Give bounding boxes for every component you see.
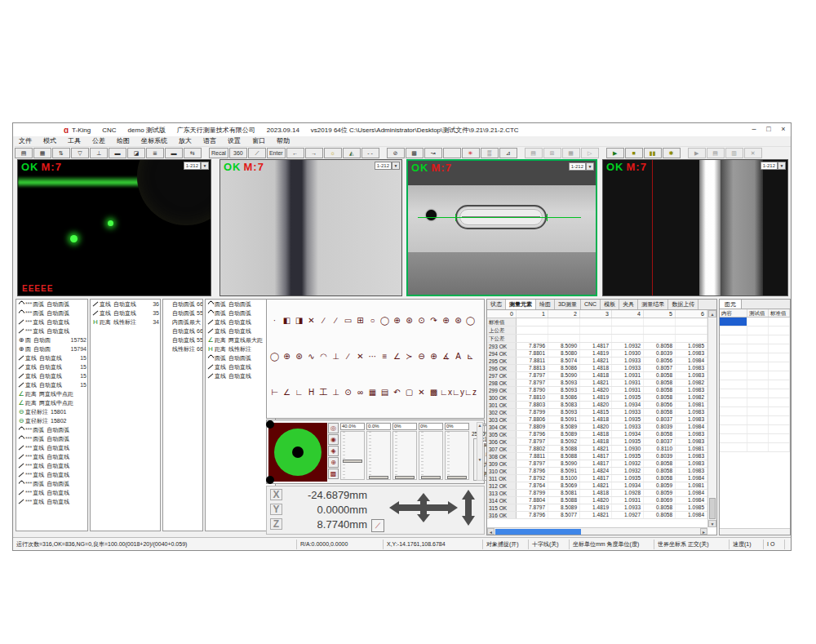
menu-item-5[interactable]: 坐标系统 [135,136,173,146]
angle-tool[interactable]: ∠ [391,351,403,363]
slider-thumb[interactable] [421,476,441,479]
open-button[interactable]: ▦ [33,148,51,158]
table-row[interactable]: 316 OK7.87968.50771.48211.09270.80581.09… [487,512,707,519]
list-item[interactable]: ***直线自动直线 [16,326,87,335]
ring-cross-button[interactable]: ⊕ [328,457,339,468]
table-tab-7[interactable]: 测量结果 [638,300,668,309]
ellipse2-tool[interactable]: ◯ [268,351,281,363]
tool-run-button[interactable]: ✱ [663,148,681,158]
list-item[interactable]: 圆弧自动圆弧55 [206,353,275,362]
run-step-button[interactable]: ▶ [606,148,624,158]
list-item[interactable]: ***直线自动直线 [16,470,87,479]
camera3-selector-dropdown-icon[interactable]: ▼ [586,162,594,171]
list-item[interactable]: 直线自动直线15 [16,371,87,380]
list-item[interactable]: 直线自动直线35 [91,309,160,318]
scroll-right-icon[interactable]: ► [700,528,707,535]
detail-row[interactable] [720,425,790,434]
light-slider-0[interactable]: 40.0% [340,423,365,483]
coord-z-tool[interactable]: ∟z [464,387,477,399]
minimize-button[interactable]: – [747,124,761,135]
slider-thumb[interactable] [343,460,362,463]
list-item[interactable]: 自动直线55 [163,335,202,344]
slider-track[interactable] [392,431,417,480]
scrollbar-thumb[interactable] [495,529,581,535]
right-angle-tool[interactable]: ∟ [293,387,305,399]
camera3-selector[interactable]: 1-212 [569,162,586,171]
circle-cross-tool[interactable]: ⊕ [391,315,403,327]
camera-view-3-selected[interactable]: OKM:7 1-212 ▼ [406,159,597,296]
circle-scan-tool[interactable]: ◯ [379,315,391,327]
list-item[interactable]: 圆弧自动圆弧55 [206,309,275,318]
joystick-button[interactable]: ⇆ [184,148,202,158]
rotate-360-button[interactable]: 360 [229,148,247,158]
table-row[interactable]: 293 OK7.87968.50901.48171.09320.80581.09… [487,343,707,350]
height-tool[interactable]: H [305,387,317,399]
camera-view-button[interactable]: ▬ [109,148,126,158]
circle-plus-tool[interactable]: ⊕ [428,351,440,363]
matrix-tool[interactable]: ▩ [428,387,440,399]
edge-detect-button[interactable]: ◪ [127,148,145,158]
detail-row[interactable] [720,443,790,452]
angle-measure-tool[interactable]: ∠ [281,387,293,399]
z-axis-button[interactable]: ⊥ [90,148,108,158]
distance-tool[interactable]: ⊢ [268,387,281,399]
list-item[interactable]: ***圆弧自动圆弧 [16,300,87,309]
zoom-button[interactable]: ⊘ [387,148,405,158]
menu-item-8[interactable]: 设置 [222,136,246,146]
coord-x-tool[interactable]: ∟x [440,387,452,399]
close-task-button[interactable]: ✕ [744,148,762,158]
detail-row[interactable] [720,434,790,443]
list-item[interactable]: 直线自动直线55 [206,362,275,371]
menu-item-7[interactable]: 语言 [197,136,222,146]
arrow-right-button[interactable]: → [305,148,323,158]
camera4-selector[interactable]: 1-212 [761,162,778,170]
blank-button[interactable] [443,148,461,158]
arc2-tool[interactable]: ◠ [317,351,330,363]
dither-button[interactable]: ▒ [481,148,499,158]
element-panel-scrollbar[interactable] [720,528,790,535]
list-item[interactable]: ∠距离两直线中点距 [16,389,87,398]
slider-thumb[interactable] [447,476,467,479]
table-row[interactable]: 297 OK7.87978.50901.48181.09310.80581.09… [487,372,707,380]
table-tab-0[interactable]: 状态 [487,300,506,309]
table-row[interactable]: 298 OK7.87978.50931.48211.09310.80581.09… [487,380,707,387]
detail-row[interactable] [720,389,790,398]
scroll-up-icon[interactable]: ▲ [708,310,716,318]
table-row[interactable]: 310 OK7.87968.50911.48241.09320.80581.09… [487,468,707,475]
scroll-left-icon[interactable]: ◄ [487,528,494,535]
light-slider-3[interactable]: 0% [419,423,443,483]
list-item[interactable]: ⊖直径标注15801 [16,407,87,416]
table-row[interactable]: 312 OK7.87648.50691.48211.09340.80591.09… [487,482,707,490]
focus-button[interactable]: ≣ [146,148,164,158]
perpendicular-tool[interactable]: ⊥ [330,351,342,363]
table-row[interactable]: 311 OK7.87928.51001.48171.09350.80581.09… [487,475,707,482]
circle-minus-tool[interactable]: ⊖ [415,351,428,363]
star-button[interactable]: ✳ [462,148,480,158]
scrollbar-thumb[interactable] [709,498,716,519]
play2-button[interactable]: ▶ [688,148,706,158]
detail-row[interactable] [720,371,790,380]
menu-item-6[interactable]: 放大 [173,136,197,146]
list-item[interactable]: ***直线自动直线 [16,497,87,506]
list-item[interactable]: ∠距离两直线中点距 [16,398,87,407]
intersect-tool[interactable]: ✕ [305,315,317,327]
ring-light-indicator[interactable] [268,423,327,482]
close-button[interactable]: × [776,124,791,135]
list-item[interactable]: ***直线自动直线 [16,461,87,470]
line2-tool[interactable]: ∕ [330,315,342,327]
z-jog-control[interactable] [461,490,476,526]
list-item[interactable]: ∠距离两直线最大距 [206,335,275,344]
table-row[interactable]: 300 OK7.88108.50861.48191.09350.80581.09… [487,394,707,402]
ring-inner-button[interactable]: ◉ [328,434,339,445]
camera2-selector-dropdown-icon[interactable]: ▼ [392,162,400,170]
diagonal-move-button[interactable]: ⟋ [371,519,384,532]
ellipse-tool[interactable]: ◯ [464,315,477,327]
camera-view-1[interactable]: OKM:7 1-212 ▼ EEEEE [17,159,211,296]
slider-track[interactable] [419,431,443,480]
xy-jog-control[interactable] [389,493,458,522]
wave-tool[interactable]: ∿ [305,351,317,363]
list-item[interactable]: 自动圆弧55 [163,309,202,318]
detail-row[interactable] [720,398,790,407]
rect-tool[interactable]: ▭ [342,315,354,327]
slash-tool[interactable]: ∕ [342,351,354,363]
